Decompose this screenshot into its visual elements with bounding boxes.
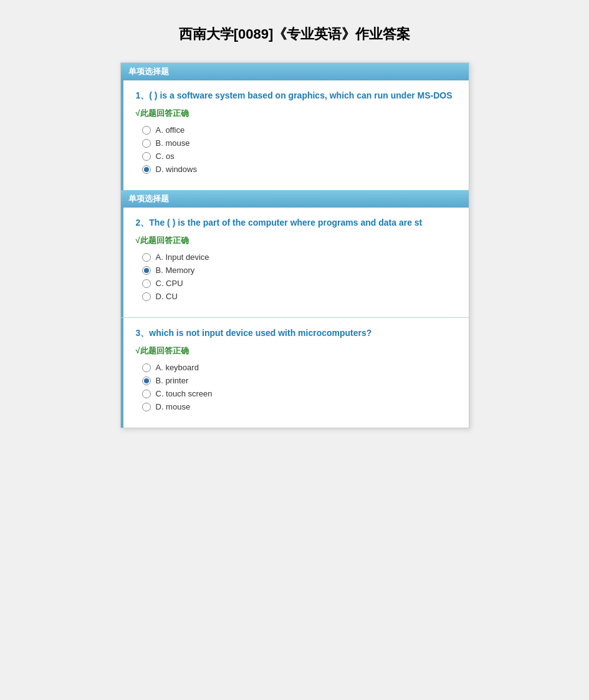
radio-2-D[interactable] [142,292,151,301]
option-label-2-A: A. Input device [156,252,209,262]
option-label-3-B: B. printer [156,376,189,385]
radio-1-D[interactable] [142,165,151,174]
question-2-text: 2、The ( ) is the part of the computer wh… [136,218,456,229]
option-label-3-C: C. touch screen [156,389,213,398]
option-3-B[interactable]: B. printer [142,376,456,385]
question-block-1: 1、( ) is a software system based on grap… [121,80,469,190]
section-header-2: 单项选择题 [121,190,469,208]
option-2-D[interactable]: D. CU [142,292,456,301]
correct-badge-3: √此题回答正确 [136,345,456,357]
page-title: 西南大学[0089]《专业英语》作业答案 [179,25,411,44]
option-label-1-A: A. office [156,125,185,135]
radio-3-A[interactable] [142,363,151,372]
radio-3-D[interactable] [142,403,151,411]
question-3-text: 3、which is not input device used with mi… [136,328,456,339]
option-1-B[interactable]: B. mouse [142,138,456,148]
radio-2-C[interactable] [142,279,151,288]
options-list-2: A. Input device B. Memory C. CPU [136,252,456,301]
option-2-B[interactable]: B. Memory [142,266,456,275]
option-1-A[interactable]: A. office [142,125,456,135]
option-2-C[interactable]: C. CPU [142,279,456,288]
option-label-1-C: C. os [156,151,175,161]
option-label-1-D: D. windows [156,165,197,174]
option-label-2-B: B. Memory [156,266,195,275]
question-1-text: 1、( ) is a software system based on grap… [136,90,456,102]
question-block-3: 3、which is not input device used with mi… [121,318,469,428]
radio-2-B[interactable] [142,266,151,275]
section-header-1: 单项选择题 [121,63,469,80]
question-block-2: 2、The ( ) is the part of the computer wh… [121,208,469,317]
option-3-C[interactable]: C. touch screen [142,389,456,398]
radio-1-A[interactable] [142,126,151,135]
option-1-D[interactable]: D. windows [142,165,456,174]
options-list-3: A. keyboard B. printer C. touch screen [136,363,456,411]
option-label-3-A: A. keyboard [156,363,199,372]
page-wrapper: 西南大学[0089]《专业英语》作业答案 单项选择题 1、( ) is a so… [0,0,589,453]
correct-badge-2: √此题回答正确 [136,235,456,246]
radio-2-A[interactable] [142,253,151,262]
radio-3-C[interactable] [142,390,151,398]
option-2-A[interactable]: A. Input device [142,252,456,262]
option-label-3-D: D. mouse [156,402,191,411]
content-area: 单项选择题 1、( ) is a software system based o… [120,62,469,428]
radio-1-B[interactable] [142,139,151,148]
correct-badge-1: √此题回答正确 [136,108,456,119]
option-label-1-B: B. mouse [156,138,190,148]
option-1-C[interactable]: C. os [142,151,456,161]
option-3-A[interactable]: A. keyboard [142,363,456,372]
radio-1-C[interactable] [142,152,151,161]
option-label-2-C: C. CPU [156,279,183,288]
option-label-2-D: D. CU [156,292,178,301]
option-3-D[interactable]: D. mouse [142,402,456,411]
radio-3-B[interactable] [142,376,151,385]
options-list-1: A. office B. mouse C. os [136,125,456,174]
